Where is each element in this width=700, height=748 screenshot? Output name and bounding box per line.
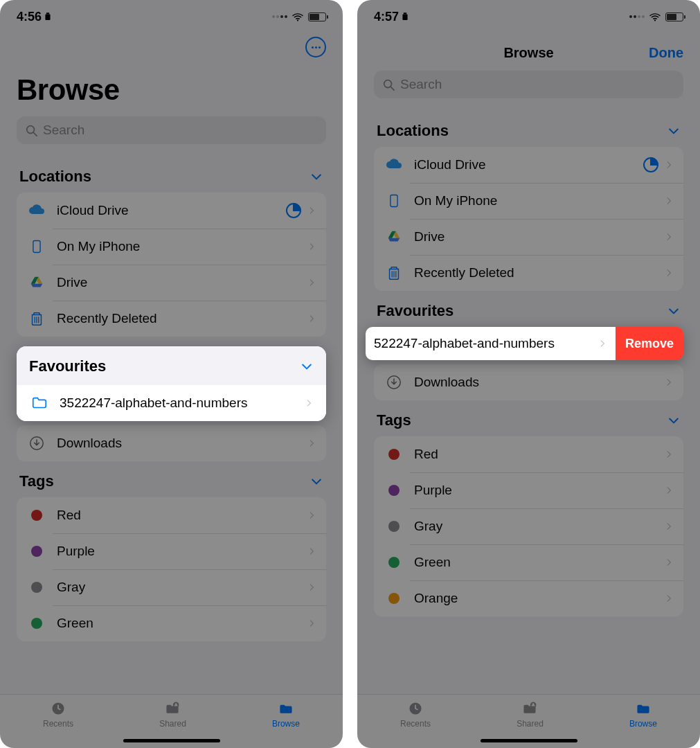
chevron-down-icon <box>309 170 323 184</box>
chevron-right-icon <box>307 204 316 217</box>
wifi-icon <box>649 12 661 21</box>
gdrive-icon <box>384 226 404 247</box>
chevron-right-icon <box>307 508 316 522</box>
cell-signal-icon <box>629 15 645 18</box>
chevron-right-icon <box>598 337 607 350</box>
chevron-down-icon <box>667 304 681 318</box>
chevron-right-icon <box>664 519 674 533</box>
chevron-right-icon <box>307 580 316 594</box>
chevron-right-icon <box>664 447 674 461</box>
tag-orange[interactable]: Orange <box>374 580 683 616</box>
tab-shared[interactable]: Shared <box>159 700 186 729</box>
battery-icon <box>308 12 326 21</box>
tag-dot-icon <box>388 485 400 496</box>
cloud-icon <box>26 200 47 221</box>
favourite-downloads[interactable]: Downloads <box>374 364 683 400</box>
status-bar: 4:57 <box>357 0 700 33</box>
tag-red[interactable]: Red <box>17 497 326 533</box>
locations-header[interactable]: Locations <box>374 111 683 147</box>
tag-green[interactable]: Green <box>17 605 326 641</box>
chevron-right-icon <box>664 375 674 389</box>
nav-bar: Browse Done <box>374 37 683 68</box>
tag-gray[interactable]: Gray <box>374 508 683 544</box>
tag-purple[interactable]: Purple <box>17 533 326 569</box>
tag-dot-icon <box>388 557 400 568</box>
more-menu-button[interactable] <box>305 37 326 57</box>
tag-gray[interactable]: Gray <box>17 569 326 605</box>
location-icloud-drive[interactable]: iCloud Drive <box>374 147 683 183</box>
phone-right: 4:57 Browse Done Search Locations iCloud… <box>357 0 700 748</box>
location-on-my-iphone[interactable]: On My iPhone <box>374 183 683 219</box>
search-placeholder: Search <box>400 77 442 92</box>
location-services-icon <box>402 12 409 21</box>
tags-list: Red Purple Gray Green <box>17 497 326 641</box>
tags-header[interactable]: Tags <box>374 400 683 436</box>
tag-dot-icon <box>31 546 42 557</box>
locations-list: iCloud Drive On My iPhone Drive Recently… <box>17 193 326 337</box>
chevron-right-icon <box>307 240 316 253</box>
trash-icon <box>384 262 404 283</box>
storage-gauge-icon <box>643 157 658 172</box>
tab-browse[interactable]: Browse <box>629 700 657 729</box>
status-time: 4:56 <box>17 10 42 24</box>
location-services-icon <box>44 12 51 21</box>
favourites-header[interactable]: Favourites <box>374 291 683 327</box>
download-icon <box>384 372 404 393</box>
favourite-item[interactable]: 3522247-alphabet-and-numbers <box>17 385 326 421</box>
iphone-icon <box>384 190 404 211</box>
chevron-right-icon <box>664 194 674 208</box>
folder-icon <box>29 393 50 413</box>
favourites-highlight: Favourites 3522247-alphabet-and-numbers <box>17 346 326 421</box>
favourite-downloads[interactable]: Downloads <box>17 425 326 461</box>
location-on-my-iphone[interactable]: On My iPhone <box>17 229 326 265</box>
downloads-row-wrap: Downloads <box>17 425 326 461</box>
location-recently-deleted[interactable]: Recently Deleted <box>374 255 683 291</box>
tab-bar: Recents Shared Browse <box>0 694 343 748</box>
tab-shared[interactable]: Shared <box>517 700 544 729</box>
chevron-right-icon <box>664 158 674 172</box>
favourites-header[interactable]: Favourites <box>17 346 326 385</box>
battery-icon <box>665 12 683 21</box>
tag-red[interactable]: Red <box>374 436 683 472</box>
tags-header[interactable]: Tags <box>17 461 326 497</box>
tab-recents[interactable]: Recents <box>43 700 73 729</box>
home-indicator[interactable] <box>481 739 577 742</box>
locations-header[interactable]: Locations <box>17 157 326 193</box>
location-recently-deleted[interactable]: Recently Deleted <box>17 301 326 337</box>
iphone-icon <box>26 236 47 257</box>
search-input[interactable]: Search <box>374 71 683 98</box>
svg-rect-16 <box>45 14 50 20</box>
chevron-right-icon <box>664 230 674 244</box>
tag-green[interactable]: Green <box>374 544 683 580</box>
chevron-right-icon <box>307 616 316 630</box>
done-button[interactable]: Done <box>649 45 683 61</box>
tag-dot-icon <box>388 449 400 460</box>
tag-purple[interactable]: Purple <box>374 472 683 508</box>
tag-dot-icon <box>31 510 42 521</box>
status-time: 4:57 <box>374 10 399 24</box>
chevron-right-icon <box>664 483 674 497</box>
location-drive[interactable]: Drive <box>17 265 326 301</box>
home-indicator[interactable] <box>123 739 220 742</box>
remove-button[interactable]: Remove <box>616 327 683 360</box>
svg-rect-17 <box>46 12 49 14</box>
location-icloud-drive[interactable]: iCloud Drive <box>17 193 326 229</box>
chevron-right-icon <box>664 266 674 280</box>
chevron-right-icon <box>304 396 314 410</box>
search-input[interactable]: Search <box>17 116 326 144</box>
locations-list: iCloud Drive On My iPhone Drive Recently… <box>374 147 683 291</box>
nav-title: Browse <box>374 45 683 61</box>
chevron-right-icon <box>307 312 316 326</box>
tags-list: Red Purple Gray Green Orange <box>374 436 683 616</box>
favourite-item-swiped[interactable]: 522247-alphabet-and-numbers Remove <box>366 327 683 360</box>
chevron-down-icon <box>309 474 323 488</box>
chevron-down-icon <box>300 359 314 373</box>
tag-dot-icon <box>31 618 42 629</box>
tag-dot-icon <box>31 582 42 593</box>
location-drive[interactable]: Drive <box>374 219 683 255</box>
tab-recents[interactable]: Recents <box>400 700 431 729</box>
download-icon <box>26 433 47 454</box>
cloud-icon <box>384 154 404 175</box>
tab-browse[interactable]: Browse <box>272 700 300 729</box>
wifi-icon <box>291 12 304 21</box>
